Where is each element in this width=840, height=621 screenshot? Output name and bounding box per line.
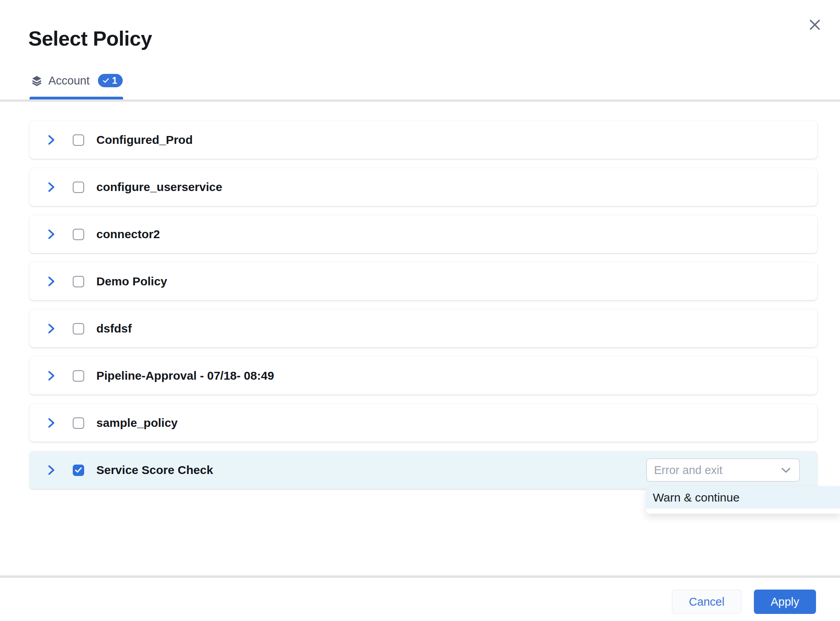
policy-checkbox[interactable] <box>73 323 84 334</box>
policy-name: Configured_Prod <box>96 133 193 147</box>
expand-chevron-icon[interactable] <box>46 275 56 288</box>
policy-name: Demo Policy <box>96 275 167 288</box>
tab-label: Account <box>48 74 90 87</box>
policy-checkbox[interactable] <box>73 182 84 193</box>
expand-chevron-icon[interactable] <box>46 416 56 430</box>
policy-checkbox[interactable] <box>73 276 84 287</box>
header-divider <box>0 99 840 102</box>
cancel-button[interactable]: Cancel <box>672 590 742 614</box>
select-placeholder: Error and exit <box>654 464 722 477</box>
failure-action-menu: Warn & continue <box>646 486 840 514</box>
policy-name: connector2 <box>96 228 160 241</box>
policy-row-selected: Service Score Check Error and exit <box>29 451 817 489</box>
policy-checkbox[interactable] <box>73 370 84 382</box>
expand-chevron-icon[interactable] <box>46 228 56 241</box>
policy-name: dsfdsf <box>96 322 132 335</box>
policy-row: configure_userservice <box>29 168 817 206</box>
expand-chevron-icon[interactable] <box>46 322 56 335</box>
selected-count-badge: 1 <box>98 74 123 87</box>
menu-option-warn-continue[interactable]: Warn & continue <box>646 486 840 509</box>
failure-action-select[interactable]: Error and exit <box>646 458 800 482</box>
policy-checkbox[interactable] <box>73 465 84 476</box>
expand-chevron-icon[interactable] <box>46 180 56 194</box>
policy-name: Service Score Check <box>96 463 213 477</box>
chevron-down-icon <box>781 467 791 474</box>
policy-name: configure_userservice <box>96 180 222 194</box>
badge-count: 1 <box>112 76 117 85</box>
modal-title: Select Policy <box>28 27 152 50</box>
policy-row: sample_policy <box>29 404 817 442</box>
tab-account[interactable]: Account 1 <box>31 74 123 87</box>
close-icon <box>808 18 822 31</box>
policy-row: dsfdsf <box>29 310 817 347</box>
policy-row: connector2 <box>29 215 817 253</box>
policy-checkbox[interactable] <box>73 229 84 240</box>
layers-icon <box>31 75 43 87</box>
select-policy-modal: Select Policy Account 1 Configured_Prod … <box>0 0 840 621</box>
apply-button[interactable]: Apply <box>754 590 816 614</box>
expand-chevron-icon[interactable] <box>46 133 56 147</box>
check-icon <box>103 78 109 83</box>
close-button[interactable] <box>805 16 825 34</box>
expand-chevron-icon[interactable] <box>46 369 56 382</box>
footer-divider <box>0 575 840 578</box>
active-tab-indicator <box>29 97 123 99</box>
policy-row: Demo Policy <box>29 263 817 300</box>
policy-row: Pipeline-Approval - 07/18- 08:49 <box>29 357 817 395</box>
policy-name: Pipeline-Approval - 07/18- 08:49 <box>96 369 274 382</box>
policy-row: Configured_Prod <box>29 121 817 159</box>
policy-checkbox[interactable] <box>73 134 84 146</box>
expand-chevron-icon[interactable] <box>46 463 56 477</box>
policy-name: sample_policy <box>96 416 178 430</box>
policy-checkbox[interactable] <box>73 417 84 429</box>
